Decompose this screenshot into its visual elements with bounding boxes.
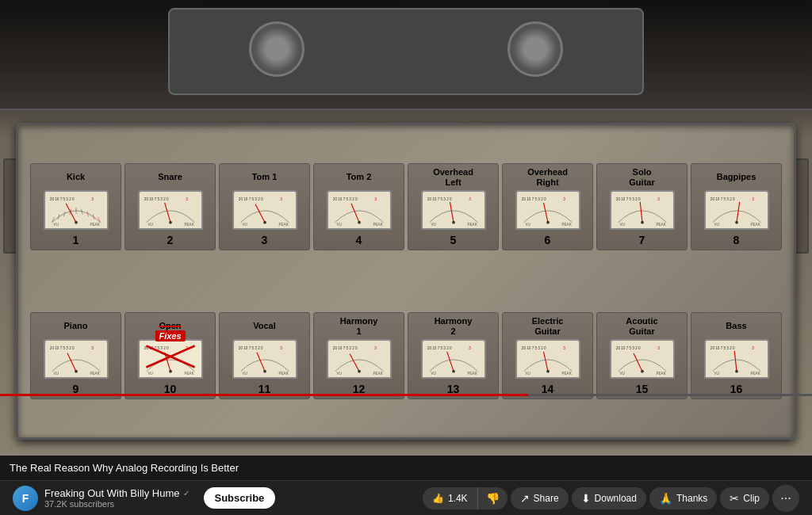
channel-1-number: 1	[73, 234, 79, 246]
channel-snare: Snare 20 10 7 5 3 2 0 3 VU PEAK	[124, 163, 216, 250]
channel-piano-label: Piano	[64, 316, 88, 337]
download-label: Download	[595, 493, 637, 504]
svg-text:20 10 7 5 3 2 0: 20 10 7 5 3 2 0	[521, 197, 546, 201]
vu-meter-1: 20 10 7 5 3 2 0 3	[44, 190, 109, 230]
channel-solo-guitar-label: SoloGuitar	[629, 167, 654, 188]
tape-reel-right	[508, 21, 563, 77]
share-button[interactable]: ↗ Share	[511, 487, 569, 509]
svg-point-13	[75, 221, 78, 224]
more-button[interactable]: ···	[772, 485, 799, 512]
svg-text:PEAK: PEAK	[90, 223, 100, 227]
action-buttons: 👍 1.4K 👎 ↗ Share ⬇ Download 🙏 Thanks	[423, 485, 799, 512]
channel-3-number: 3	[262, 234, 268, 246]
channel-info: F Freaking Out With Billy Hume ✓ 37.2K s…	[13, 486, 423, 511]
fixes-badge: Fixes	[155, 330, 185, 341]
channel-tom1-label: Tom 1	[252, 167, 278, 188]
verified-icon: ✓	[183, 489, 190, 498]
svg-text:3: 3	[657, 197, 660, 201]
channel-name-label: Freaking Out With Billy Hume	[44, 487, 180, 499]
channel-bagpipes: Bagpipes 20 10 7 5 3 2 0 3 VU PEAK	[691, 163, 782, 250]
video-title: The Real Reason Why Analog Recording Is …	[10, 462, 239, 474]
svg-text:VU: VU	[53, 223, 58, 227]
vu-meter-15: 20 10 7 5 3 2 0 3 VU PEAK	[610, 339, 675, 379]
channel-2-number: 2	[167, 234, 174, 246]
svg-point-48	[546, 221, 550, 224]
vu-meter-11: 20 10 7 5 3 2 0 3 VU PEAK	[232, 339, 297, 379]
clip-label: Clip	[743, 493, 760, 504]
svg-point-20	[169, 221, 172, 224]
svg-point-76	[169, 370, 172, 373]
svg-text:PEAK: PEAK	[561, 372, 572, 376]
channel-electric-guitar: ElectricGuitar 20 10 7 5 3 2 0 3 VU PEAK	[502, 312, 593, 399]
top-equipment	[0, 0, 812, 111]
channel-overhead-right-label: OverheadRight	[527, 167, 568, 188]
channel-overhead-right: OverheadRight 20 10 7 5 3 2 0 3 VU PEAK	[502, 163, 593, 250]
subscribe-button[interactable]: Subscribe	[204, 487, 276, 509]
svg-text:20 10 7 5 3 2 0: 20 10 7 5 3 2 0	[144, 197, 168, 201]
tape-reel-left	[249, 21, 304, 77]
clip-button[interactable]: ✂ Clip	[720, 487, 769, 509]
svg-text:PEAK: PEAK	[656, 223, 666, 227]
download-icon: ⬇	[581, 492, 591, 505]
svg-text:3: 3	[469, 197, 471, 201]
channel-acoustic-guitar: AcouticGuitar 20 10 7 5 3 2 0 3 VU PEAK	[596, 312, 688, 399]
svg-text:20 10 7 5 3 2 0: 20 10 7 5 3 2 0	[615, 197, 640, 201]
channel-4-number: 4	[356, 234, 362, 246]
vu-meter-6: 20 10 7 5 3 2 0 3 VU PEAK	[515, 190, 580, 230]
vu-meter-8: 20 10 7 5 3 2 0 3 VU PEAK	[704, 190, 769, 230]
vu-meter-16: 20 10 7 5 3 2 0 3 VU PEAK	[704, 339, 769, 379]
svg-text:PEAK: PEAK	[467, 223, 477, 227]
svg-text:PEAK: PEAK	[184, 223, 194, 227]
channel-bagpipes-label: Bagpipes	[717, 167, 756, 188]
thanks-icon: 🙏	[659, 492, 672, 505]
channel-harmony2-label: Harmony2	[435, 316, 473, 337]
svg-text:PEAK: PEAK	[656, 372, 666, 376]
mixer-handle-right	[795, 158, 809, 254]
svg-text:VU: VU	[619, 372, 624, 376]
svg-point-27	[263, 221, 266, 224]
like-count: 1.4K	[448, 493, 468, 504]
svg-text:VU: VU	[53, 372, 58, 376]
svg-point-92	[358, 370, 361, 373]
progress-bar-container[interactable]	[0, 394, 812, 396]
svg-text:VU: VU	[525, 223, 530, 227]
channel-harmony2: Harmony2 20 10 7 5 3 2 0 3 VU PEAK	[408, 312, 499, 399]
channel-5-number: 5	[450, 234, 457, 246]
download-button[interactable]: ⬇ Download	[572, 487, 646, 509]
svg-text:VU: VU	[147, 372, 152, 376]
channel-rows: Kick 20 10 7 5 3 2 0 3	[25, 135, 787, 428]
channel-7-number: 7	[639, 234, 645, 246]
svg-text:20 10 7 5 3 2 0: 20 10 7 5 3 2 0	[710, 197, 734, 201]
channel-tom1: Tom 1 20 10 7 5 3 2 0 3 VU PEAK	[219, 163, 310, 250]
like-button[interactable]: 👍 1.4K	[423, 487, 478, 509]
svg-text:PEAK: PEAK	[184, 372, 194, 376]
svg-point-69	[75, 370, 78, 373]
svg-text:VU: VU	[619, 223, 624, 227]
thanks-label: Thanks	[676, 493, 707, 504]
channel-vocal-label: Vocal	[253, 316, 276, 337]
svg-text:PEAK: PEAK	[90, 372, 100, 376]
bottom-bar: The Real Reason Why Analog Recording Is …	[0, 456, 812, 515]
channel-piano: Piano 20 10 7 5 3 2 0 3 VU PEAK	[30, 312, 121, 399]
channel-name-text: Freaking Out With Billy Hume ✓	[44, 487, 190, 499]
vu-meter-13: 20 10 7 5 3 2 0 3 VU PEAK	[421, 339, 486, 379]
svg-text:3: 3	[91, 197, 94, 201]
channel-snare-label: Snare	[158, 167, 182, 188]
svg-text:PEAK: PEAK	[373, 372, 383, 376]
svg-text:3: 3	[374, 197, 377, 201]
dislike-button[interactable]: 👎	[478, 487, 508, 509]
avatar: F	[13, 486, 38, 511]
svg-text:3: 3	[657, 346, 660, 350]
vu-meter-7: 20 10 7 5 3 2 0 3 VU PEAK	[610, 190, 675, 230]
svg-text:3: 3	[752, 197, 754, 201]
svg-text:20 10 7 5 3 2 0: 20 10 7 5 3 2 0	[427, 346, 451, 350]
channel-acoustic-guitar-label: AcouticGuitar	[626, 316, 657, 337]
svg-point-99	[452, 370, 455, 373]
svg-text:3: 3	[752, 346, 754, 350]
svg-text:20 10 7 5 3 2 0: 20 10 7 5 3 2 0	[332, 346, 357, 350]
thanks-button[interactable]: 🙏 Thanks	[649, 487, 717, 509]
channel-8-number: 8	[733, 234, 740, 246]
channel-row-2: Piano 20 10 7 5 3 2 0 3 VU PEAK	[25, 284, 787, 428]
share-icon: ↗	[520, 492, 530, 505]
thumbs-up-icon: 👍	[432, 493, 444, 504]
